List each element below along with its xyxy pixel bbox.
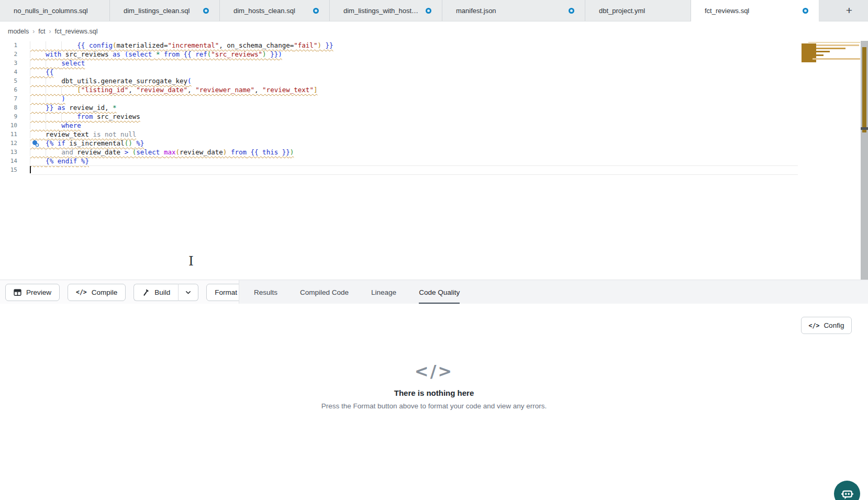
mouse-ibeam-cursor: I (188, 253, 194, 269)
compile-label: Compile (92, 288, 118, 296)
panel-tab-lineage[interactable]: Lineage (371, 280, 396, 304)
panel-tab-compiled-code[interactable]: Compiled Code (300, 280, 349, 304)
build-button[interactable]: Build (133, 284, 179, 301)
line-content: and review_date > (select max(review_dat… (30, 148, 800, 157)
code-token: , on_schema_change= (219, 41, 294, 49)
config-label: Config (824, 321, 844, 329)
preview-button[interactable]: Preview (5, 284, 60, 301)
indent-guides (30, 121, 61, 129)
code-token: , (128, 86, 136, 94)
code-token: with (46, 50, 61, 58)
editor-tab[interactable]: manifest.json (442, 0, 585, 21)
tab-label: manifest.json (456, 7, 496, 15)
minimap[interactable] (801, 41, 861, 280)
code-line[interactable]: 14 {% endif %} (0, 157, 800, 165)
file-tab-bar: no_nulls_in_columns.sqldim_listings_clea… (0, 0, 868, 21)
indent-guides (30, 148, 61, 156)
code-token: ref (195, 50, 207, 58)
code-line[interactable]: 1 {{ config(materialized="incremental", … (0, 41, 800, 50)
line-number: 2 (0, 50, 17, 59)
indent-guides (30, 113, 77, 120)
lint-warning-text: where (30, 121, 81, 129)
code-line[interactable]: 3 select (0, 59, 800, 68)
code-icon: </> (76, 288, 87, 296)
code-token: "src_reviews" (211, 50, 262, 58)
breadcrumb-segment[interactable]: fct_reviews.sql (55, 28, 98, 35)
line-number: 7 (0, 94, 17, 103)
panel-tab-code-quality[interactable]: Code Quality (419, 280, 460, 304)
code-token: dbt_utils.generate_surrogate_key (61, 77, 187, 85)
code-token: "incremental" (168, 41, 219, 49)
line-number: 13 (0, 148, 17, 157)
breadcrumb-segment[interactable]: fct (38, 28, 45, 35)
line-content: with src_reviews as (select * from {{ re… (30, 50, 800, 59)
line-content (30, 165, 800, 174)
code-token: ) (262, 50, 266, 58)
code-line[interactable]: 10 where (0, 121, 800, 130)
build-options-button[interactable] (179, 284, 198, 301)
code-token: and (61, 148, 73, 156)
lint-warning-text: {% endif %} (30, 157, 89, 165)
editor-tab[interactable]: dim_listings_clean.sql (110, 0, 220, 21)
code-line[interactable]: 12 {% if is_incremental() %} (0, 139, 800, 148)
breadcrumb-segment[interactable]: models (8, 28, 29, 35)
build-split-button: Build (133, 284, 198, 301)
chevron-down-icon (185, 289, 192, 296)
compile-button[interactable]: </> Compile (68, 284, 126, 301)
code-token (180, 50, 184, 58)
code-token: is_incremental (65, 139, 125, 147)
code-token: src_reviews (93, 113, 140, 120)
code-line[interactable]: 13 and review_date > (select max(review_… (0, 148, 800, 157)
line-number: 4 (0, 68, 17, 76)
code-editor[interactable]: 1 {{ config(materialized="incremental", … (0, 41, 868, 280)
editor-tab[interactable]: dbt_project.yml (585, 0, 691, 21)
editor-tab[interactable]: no_nulls_in_columns.sql (0, 0, 110, 21)
tab-label: dim_listings_clean.sql (124, 7, 190, 15)
editor-tab[interactable]: dim_listings_with_hosts.sql (330, 0, 442, 21)
lint-warning-text: ["listing_id", "review_date", "reviewer_… (30, 86, 317, 94)
code-token: as (58, 104, 65, 112)
code-line[interactable]: 2 with src_reviews as (select * from {{ … (0, 50, 800, 59)
code-line[interactable]: 4 {{ (0, 68, 800, 76)
code-token (160, 50, 164, 58)
code-line[interactable]: 15 (0, 165, 800, 174)
empty-state-title: There is nothing here (0, 388, 868, 397)
minimap-mark (816, 48, 845, 49)
code-lines: 1 {{ config(materialized="incremental", … (0, 41, 800, 174)
code-line[interactable]: 8 }} as review_id, * (0, 103, 800, 112)
unsaved-changes-dot (313, 8, 319, 14)
unsaved-changes-dot (203, 8, 209, 14)
lint-warning-text: and review_date > (select max(review_dat… (30, 148, 294, 156)
indent-guides (30, 77, 61, 85)
table-icon (14, 288, 21, 296)
code-line[interactable]: 7 ) (0, 94, 800, 103)
line-number: 12 (0, 139, 17, 148)
code-line[interactable]: 11 review_text is not null (0, 130, 800, 139)
editor-tab[interactable]: fct_reviews.sql (691, 0, 819, 21)
code-token: review_date (180, 148, 223, 156)
chatbot-icon (840, 487, 854, 500)
code-token: is not null (93, 130, 136, 138)
code-line[interactable]: 5 dbt_utils.generate_surrogate_key( (0, 76, 800, 85)
code-line[interactable]: 9 from src_reviews (0, 112, 800, 121)
code-token: review_id, (65, 104, 113, 112)
code-token: select (128, 50, 152, 58)
code-token: select (61, 59, 85, 67)
code-token: }} (321, 41, 333, 49)
panel-tab-results[interactable]: Results (254, 280, 277, 304)
code-action-icon[interactable] (32, 140, 39, 147)
code-token: %} (77, 157, 89, 165)
lint-warning-text: select (30, 59, 85, 67)
code-token: select (136, 148, 160, 156)
new-tab-button[interactable]: + (833, 0, 868, 21)
tab-label: dim_listings_with_hosts.sql (343, 7, 420, 15)
lint-warning-text: review_text is not null (30, 130, 136, 138)
editor-scrollbar[interactable] (861, 41, 868, 280)
config-button[interactable]: </> Config (801, 317, 852, 334)
editor-tab[interactable]: dim_hosts_clean.sql (220, 0, 330, 21)
code-token: , (254, 86, 262, 94)
code-token: from (164, 50, 180, 58)
line-number: 14 (0, 157, 17, 165)
empty-state-subtitle: Press the Format button above to format … (0, 402, 868, 410)
code-line[interactable]: 6 ["listing_id", "review_date", "reviewe… (0, 85, 800, 94)
